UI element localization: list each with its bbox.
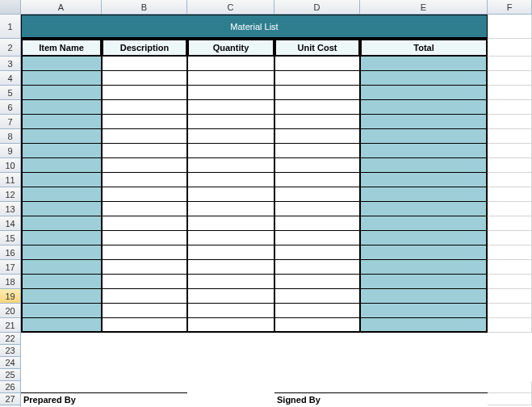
row-header-14[interactable]: 14: [0, 216, 21, 231]
cell-blank-24-4[interactable]: [360, 357, 488, 369]
cell-desc-20[interactable]: [102, 304, 187, 318]
cell-total-11[interactable]: [360, 173, 488, 187]
cell-blank-25-5[interactable]: [488, 369, 532, 381]
cell-cost-8[interactable]: [274, 129, 360, 144]
cell-blank-22-3[interactable]: [274, 333, 360, 345]
cell-cost-18[interactable]: [274, 275, 360, 289]
header-quantity[interactable]: Quantity: [187, 39, 274, 57]
cell-item-19[interactable]: [21, 289, 102, 304]
cell-desc-10[interactable]: [102, 158, 187, 173]
cell-desc-3[interactable]: [102, 57, 187, 71]
cell-item-16[interactable]: [21, 245, 102, 260]
row-header-8[interactable]: 8: [0, 129, 21, 144]
cell-qty-16[interactable]: [187, 245, 274, 260]
cell-desc-7[interactable]: [102, 115, 187, 129]
cell-F13[interactable]: [488, 202, 532, 216]
cell-item-10[interactable]: [21, 158, 102, 173]
cell-E27[interactable]: [360, 393, 488, 405]
cell-item-13[interactable]: [21, 202, 102, 216]
row-header-24[interactable]: 24: [0, 357, 21, 369]
cell-item-17[interactable]: [21, 260, 102, 275]
cell-F8[interactable]: [488, 129, 532, 144]
cell-total-21[interactable]: [360, 318, 488, 333]
row-header-27[interactable]: 27: [0, 393, 21, 405]
row-header-17[interactable]: 17: [0, 260, 21, 275]
row-header-20[interactable]: 20: [0, 304, 21, 318]
cell-blank-24-0[interactable]: [21, 357, 102, 369]
row-header-13[interactable]: 13: [0, 202, 21, 216]
cell-F19[interactable]: [488, 289, 532, 304]
cell-qty-6[interactable]: [187, 100, 274, 115]
cell-item-5[interactable]: [21, 86, 102, 100]
cell-cost-7[interactable]: [274, 115, 360, 129]
row-header-16[interactable]: 16: [0, 245, 21, 260]
cell-item-8[interactable]: [21, 129, 102, 144]
row-header-22[interactable]: 22: [0, 333, 21, 345]
cell-F17[interactable]: [488, 260, 532, 275]
cell-qty-15[interactable]: [187, 231, 274, 245]
cell-desc-17[interactable]: [102, 260, 187, 275]
row-header-25[interactable]: 25: [0, 369, 21, 381]
cell-desc-9[interactable]: [102, 144, 187, 158]
cell-qty-18[interactable]: [187, 275, 274, 289]
cell-F7[interactable]: [488, 115, 532, 129]
cell-item-18[interactable]: [21, 275, 102, 289]
cell-blank-22-1[interactable]: [102, 333, 187, 345]
cell-F26[interactable]: [488, 381, 532, 393]
cell-F15[interactable]: [488, 231, 532, 245]
row-header-18[interactable]: 18: [0, 275, 21, 289]
cell-total-19[interactable]: [360, 289, 488, 304]
cell-item-4[interactable]: [21, 71, 102, 86]
row-header-4[interactable]: 4: [0, 71, 21, 86]
cell-cost-15[interactable]: [274, 231, 360, 245]
cell-desc-12[interactable]: [102, 187, 187, 202]
header-total[interactable]: Total: [360, 39, 488, 57]
row-header-11[interactable]: 11: [0, 173, 21, 187]
col-header-D[interactable]: D: [274, 0, 360, 15]
cell-F2[interactable]: [488, 39, 532, 57]
cell-blank-22-2[interactable]: [187, 333, 274, 345]
cell-desc-4[interactable]: [102, 71, 187, 86]
cell-total-7[interactable]: [360, 115, 488, 129]
cell-cost-9[interactable]: [274, 144, 360, 158]
cell-F4[interactable]: [488, 71, 532, 86]
row-header-21[interactable]: 21: [0, 318, 21, 333]
col-header-C[interactable]: C: [187, 0, 274, 15]
cell-F3[interactable]: [488, 57, 532, 71]
cell-blank-22-5[interactable]: [488, 333, 532, 345]
cell-blank-22-0[interactable]: [21, 333, 102, 345]
cell-blank-23-3[interactable]: [274, 345, 360, 357]
cell-F6[interactable]: [488, 100, 532, 115]
cell-cost-13[interactable]: [274, 202, 360, 216]
cell-F21[interactable]: [488, 318, 532, 333]
cell-F16[interactable]: [488, 245, 532, 260]
row-header-9[interactable]: 9: [0, 144, 21, 158]
cell-qty-4[interactable]: [187, 71, 274, 86]
cell-cost-16[interactable]: [274, 245, 360, 260]
cell-cost-3[interactable]: [274, 57, 360, 71]
cell-cost-20[interactable]: [274, 304, 360, 318]
cell-qty-20[interactable]: [187, 304, 274, 318]
row-header-23[interactable]: 23: [0, 345, 21, 357]
cell-qty-10[interactable]: [187, 158, 274, 173]
cell-qty-13[interactable]: [187, 202, 274, 216]
cell-total-13[interactable]: [360, 202, 488, 216]
prepared-by-line[interactable]: [21, 381, 187, 393]
cell-cost-6[interactable]: [274, 100, 360, 115]
cell-F11[interactable]: [488, 173, 532, 187]
cell-cost-12[interactable]: [274, 187, 360, 202]
row-header-3[interactable]: 3: [0, 57, 21, 71]
cell-F10[interactable]: [488, 158, 532, 173]
cell-total-6[interactable]: [360, 100, 488, 115]
cell-item-12[interactable]: [21, 187, 102, 202]
row-header-5[interactable]: 5: [0, 86, 21, 100]
cell-item-9[interactable]: [21, 144, 102, 158]
cell-blank-24-1[interactable]: [102, 357, 187, 369]
cell-F14[interactable]: [488, 216, 532, 231]
cell-cost-11[interactable]: [274, 173, 360, 187]
select-all-corner[interactable]: [0, 0, 21, 15]
cell-qty-9[interactable]: [187, 144, 274, 158]
cell-qty-5[interactable]: [187, 86, 274, 100]
cell-cost-5[interactable]: [274, 86, 360, 100]
cell-total-12[interactable]: [360, 187, 488, 202]
